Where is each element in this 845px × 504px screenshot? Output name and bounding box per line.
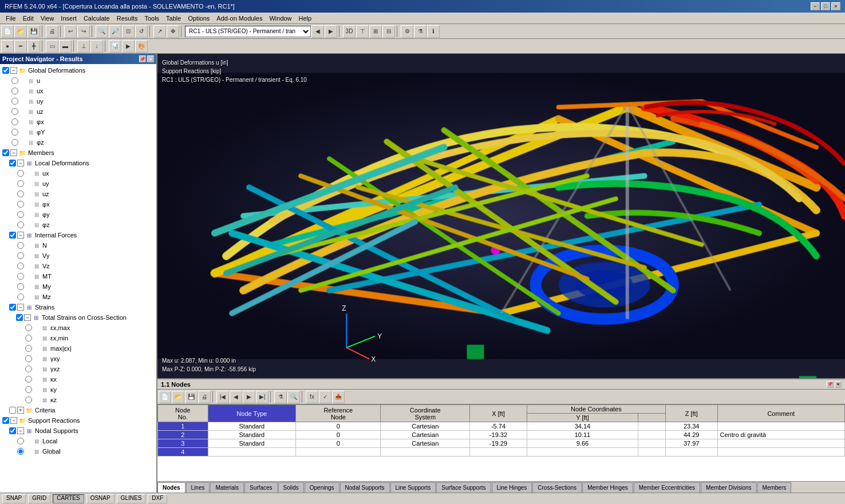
rb-phiy[interactable] (11, 129, 18, 136)
cb-total-strains[interactable] (16, 314, 23, 321)
tab-solids[interactable]: Solids (278, 482, 304, 493)
tree-phiz[interactable]: ⊞ φz (0, 137, 156, 148)
load-case-dropdown[interactable]: RC1 - ULS (STR/GEO) - Permanent / tran (185, 26, 311, 37)
tab-surfaces[interactable]: Surfaces (244, 482, 277, 493)
tb-settings[interactable]: ⚙ (401, 25, 413, 38)
dp-tb-export[interactable]: 📤 (332, 391, 345, 403)
menu-addon[interactable]: Add-on Modules (213, 14, 266, 23)
tree-internal-forces[interactable]: − ⊞ Internal Forces (0, 230, 156, 240)
maximize-btn[interactable]: □ (821, 2, 830, 10)
menu-options[interactable]: Options (184, 14, 213, 23)
rb-N[interactable] (17, 242, 24, 249)
tree-kx[interactable]: ⊠ κx (0, 374, 156, 384)
tree-strains[interactable]: − ⊞ Strains (0, 302, 156, 312)
toggle-global-deformations[interactable]: − (10, 67, 17, 74)
tab-member-hinges[interactable]: Member Hinges (582, 482, 633, 493)
tb-line[interactable]: ━ (14, 40, 27, 53)
cb-support-reactions[interactable] (2, 417, 9, 424)
tree-members[interactable]: − 📁 Members (0, 148, 156, 158)
menu-window[interactable]: Window (266, 14, 295, 23)
tab-line-hinges[interactable]: Line Hinges (492, 482, 532, 493)
dp-tb-open[interactable]: 📂 (172, 391, 184, 403)
rb-My[interactable] (17, 283, 24, 290)
rb-max-ex[interactable] (25, 345, 32, 352)
toggle-criteria[interactable]: + (17, 407, 24, 414)
data-panel-close-btn[interactable]: × (835, 381, 842, 388)
rb-Mz[interactable] (17, 293, 24, 300)
menu-help[interactable]: Help (295, 14, 315, 23)
tree-global-deformations[interactable]: − 📁 Global Deformations (0, 65, 156, 76)
cb-internal-forces[interactable] (9, 232, 16, 239)
tab-nodal-supports[interactable]: Nodal Supports (340, 482, 390, 493)
tb-animation[interactable]: ▶ (122, 40, 135, 53)
tb-view-front[interactable]: ⊞ (369, 25, 382, 38)
toggle-support-reactions[interactable]: − (10, 417, 17, 424)
tree-ky[interactable]: ⊠ κy (0, 384, 156, 395)
tab-materials[interactable]: Materials (210, 482, 244, 493)
tree-gxy[interactable]: ⊠ γxy (0, 354, 156, 364)
rb-ky[interactable] (25, 386, 32, 393)
tb-move[interactable]: ✥ (167, 25, 179, 38)
tb-zoom-in[interactable]: 🔍 (96, 25, 108, 38)
status-grid[interactable]: GRID (28, 494, 50, 503)
dp-tb-new[interactable]: 📄 (159, 391, 171, 403)
tb-load[interactable]: ↓ (90, 40, 103, 53)
toggle-total-strains[interactable]: − (24, 314, 31, 321)
cb-criteria[interactable] (9, 407, 16, 414)
panel-close-btn[interactable]: × (147, 55, 154, 62)
rb-Vy[interactable] (17, 252, 24, 259)
tb-zoom-all[interactable]: ⊡ (122, 25, 135, 38)
tab-nodes[interactable]: Nodes (157, 482, 185, 493)
tree-Mz[interactable]: ⊠ Mz (0, 292, 156, 302)
rb-MT[interactable] (17, 273, 24, 280)
tree-Vy[interactable]: ⊠ Vy (0, 251, 156, 261)
tb-surface[interactable]: ▭ (46, 40, 58, 53)
dp-tb-check[interactable]: ✓ (319, 391, 331, 403)
rb-local[interactable] (17, 438, 24, 445)
status-dxf[interactable]: DXF (148, 494, 167, 503)
tb-print[interactable]: 🖨 (46, 25, 58, 38)
rb-ux[interactable] (11, 88, 18, 94)
tb-select[interactable]: ↗ (153, 25, 166, 38)
minimize-btn[interactable]: − (811, 2, 820, 10)
tab-line-supports[interactable]: Line Supports (390, 482, 436, 493)
tree-MT[interactable]: ⊠ MT (0, 271, 156, 281)
tree-total-strains[interactable]: − ⊞ Total Strains on Cross-Section (0, 312, 156, 323)
tb-open[interactable]: 📂 (14, 25, 27, 38)
tree-kz[interactable]: ⊠ κz (0, 395, 156, 405)
cb-local-def[interactable] (9, 160, 16, 166)
dp-tb-print[interactable]: 🖨 (198, 391, 211, 403)
tb-color-scale[interactable]: 🎨 (135, 40, 148, 53)
tree-local[interactable]: ⊠ Local (0, 436, 156, 446)
rb-ex-min[interactable] (25, 335, 32, 342)
menu-tools[interactable]: Tools (141, 14, 163, 23)
tree-N[interactable]: ⊠ N (0, 240, 156, 251)
tab-cross-sections[interactable]: Cross-Sections (532, 482, 582, 493)
tree-u[interactable]: ⊞ u (0, 76, 156, 86)
tb-result-diagram[interactable]: 📊 (109, 40, 121, 53)
tb-view-side[interactable]: ⊟ (382, 25, 395, 38)
menu-calculate[interactable]: Calculate (80, 14, 113, 23)
rb-loc-uy[interactable] (17, 180, 24, 187)
tb-view3d[interactable]: 3D (343, 25, 356, 38)
panel-pin-btn[interactable]: 📌 (139, 55, 146, 62)
rb-loc-phiy[interactable] (17, 211, 24, 218)
tb-zoom-out[interactable]: 🔎 (109, 25, 121, 38)
tree-max-ex[interactable]: ⊠ max|εx| (0, 343, 156, 354)
rb-phix[interactable] (11, 118, 18, 125)
tab-member-divisions[interactable]: Member Divisions (701, 482, 756, 493)
tree-loc-phix[interactable]: ⊞ φx (0, 199, 156, 209)
rb-kx[interactable] (25, 376, 32, 383)
tree-phiy[interactable]: ⊞ φY (0, 127, 156, 137)
tree-phix[interactable]: ⊞ φx (0, 117, 156, 127)
tree-loc-phiy[interactable]: ⊞ φy (0, 209, 156, 220)
menu-file[interactable]: File (2, 14, 19, 23)
tree-loc-uz[interactable]: ⊞ uz (0, 189, 156, 199)
toggle-members[interactable]: − (10, 149, 17, 156)
dp-tb-save[interactable]: 💾 (185, 391, 198, 403)
tb-info[interactable]: ℹ (427, 25, 440, 38)
tb-save[interactable]: 💾 (27, 25, 40, 38)
toggle-nodal-supports[interactable]: − (17, 427, 24, 434)
tree-Vz[interactable]: ⊠ Vz (0, 261, 156, 271)
tb-prev-case[interactable]: ◀ (311, 25, 324, 38)
